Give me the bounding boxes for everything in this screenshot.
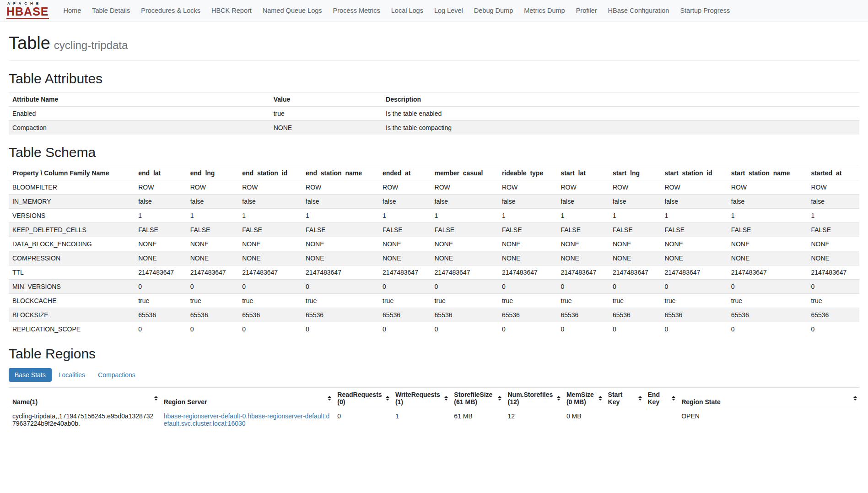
regions-col-writerequests-1[interactable]: WriteRequests (1) bbox=[392, 388, 450, 409]
schema-value-cell: false bbox=[557, 195, 609, 209]
schema-value-cell: NONE bbox=[187, 251, 239, 265]
hbase-logo[interactable]: APACHE HBASE bbox=[6, 2, 49, 19]
schema-property-name: MIN_VERSIONS bbox=[9, 280, 135, 294]
schema-value-cell: 1 bbox=[431, 209, 498, 223]
schema-value-cell: true bbox=[728, 294, 808, 308]
schema-property-name: TTL bbox=[9, 265, 135, 280]
schema-value-cell: 65536 bbox=[557, 308, 609, 322]
schema-value-cell: false bbox=[302, 195, 379, 209]
schema-table-body: BLOOMFILTERROWROWROWROWROWROWROWROWROWRO… bbox=[9, 180, 859, 336]
nav-item-named-queue-logs[interactable]: Named Queue Logs bbox=[257, 2, 328, 19]
tab-localities[interactable]: Localities bbox=[53, 368, 91, 382]
nav-item-debug-dump[interactable]: Debug Dump bbox=[469, 2, 518, 19]
schema-value-cell: 65536 bbox=[498, 308, 557, 322]
schema-value-cell: NONE bbox=[807, 251, 859, 265]
sort-icon[interactable] bbox=[328, 396, 331, 401]
schema-value-cell: 65536 bbox=[187, 308, 239, 322]
regions-col-storefilesize-61-mb[interactable]: StorefileSize (61 MB) bbox=[450, 388, 504, 409]
schema-value-cell: ROW bbox=[379, 180, 431, 195]
nav-item-profiler[interactable]: Profiler bbox=[571, 2, 603, 19]
nav-item-metrics-dump[interactable]: Metrics Dump bbox=[518, 2, 570, 19]
nav-item-table-details[interactable]: Table Details bbox=[86, 2, 135, 19]
sort-icon[interactable] bbox=[444, 396, 448, 401]
schema-value-cell: false bbox=[135, 195, 187, 209]
regions-table-body: cycling-tripdata,,1719475156245.e95d0a13… bbox=[9, 409, 859, 431]
regions-col-name-1[interactable]: Name(1) bbox=[9, 388, 160, 409]
regions-col-end-key[interactable]: End Key bbox=[644, 388, 678, 409]
sort-icon[interactable] bbox=[557, 396, 561, 401]
attributes-heading: Table Attributes bbox=[9, 71, 859, 87]
schema-row-blocksize: BLOCKSIZE6553665536655366553665536655366… bbox=[9, 308, 859, 322]
sort-icon[interactable] bbox=[598, 396, 602, 401]
sort-icon[interactable] bbox=[853, 396, 857, 401]
schema-value-cell: 65536 bbox=[302, 308, 379, 322]
schema-value-cell: NONE bbox=[498, 237, 557, 251]
regions-col-memsize-0-mb[interactable]: MemSize (0 MB) bbox=[563, 388, 604, 409]
attributes-header-row: Attribute NameValueDescription bbox=[9, 92, 859, 107]
sort-icon[interactable] bbox=[498, 396, 501, 401]
sort-down-arrow-icon bbox=[853, 399, 857, 401]
nav-item-process-metrics[interactable]: Process Metrics bbox=[328, 2, 386, 19]
schema-value-cell: 1 bbox=[187, 209, 239, 223]
schema-value-cell: NONE bbox=[238, 237, 302, 251]
schema-value-cell: 1 bbox=[135, 209, 187, 223]
sort-up-arrow-icon bbox=[672, 396, 675, 398]
schema-value-cell: 0 bbox=[187, 322, 239, 336]
schema-value-cell: 65536 bbox=[728, 308, 808, 322]
region-server-link[interactable]: hbase-regionserver-default-0.hbase-regio… bbox=[164, 412, 330, 427]
schema-value-cell: 2147483647 bbox=[609, 265, 661, 280]
attributes-col-description: Description bbox=[382, 92, 859, 107]
schema-value-cell: ROW bbox=[609, 180, 661, 195]
schema-property-name: REPLICATION_SCOPE bbox=[9, 322, 135, 336]
schema-value-cell: FALSE bbox=[728, 223, 808, 237]
sort-icon[interactable] bbox=[386, 396, 389, 401]
schema-value-cell: true bbox=[187, 294, 239, 308]
nav-item-hbck-report[interactable]: HBCK Report bbox=[206, 2, 257, 19]
region-startkey-cell bbox=[604, 409, 644, 431]
regions-col-num-storefiles-12[interactable]: Num.Storefiles (12) bbox=[504, 388, 562, 409]
schema-family-rideable-type: rideable_type bbox=[498, 166, 557, 180]
schema-value-cell: FALSE bbox=[661, 223, 727, 237]
schema-value-cell: true bbox=[807, 294, 859, 308]
sort-icon[interactable] bbox=[638, 396, 642, 401]
regions-col-region-state[interactable]: Region State bbox=[678, 388, 859, 409]
region-row: cycling-tripdata,,1719475156245.e95d0a13… bbox=[9, 409, 859, 431]
schema-value-cell: false bbox=[187, 195, 239, 209]
schema-value-cell: FALSE bbox=[609, 223, 661, 237]
regions-col-label: Region Server bbox=[164, 398, 207, 406]
schema-header-row: Property \ Column Family Nameend_latend_… bbox=[9, 166, 859, 180]
regions-col-label: Start Key bbox=[608, 391, 623, 406]
schema-value-cell: NONE bbox=[557, 251, 609, 265]
nav-item-local-logs[interactable]: Local Logs bbox=[386, 2, 429, 19]
schema-family-ended-at: ended_at bbox=[379, 166, 431, 180]
tab-compactions[interactable]: Compactions bbox=[92, 368, 141, 382]
sort-up-arrow-icon bbox=[154, 396, 158, 398]
schema-value-cell: 0 bbox=[661, 280, 727, 294]
regions-col-region-server[interactable]: Region Server bbox=[160, 388, 334, 409]
tab-base-stats[interactable]: Base Stats bbox=[9, 368, 52, 382]
region-readrequests-cell: 0 bbox=[334, 409, 392, 431]
schema-value-cell: true bbox=[302, 294, 379, 308]
sort-up-arrow-icon bbox=[638, 396, 642, 398]
schema-value-cell: FALSE bbox=[498, 223, 557, 237]
nav-item-startup-progress[interactable]: Startup Progress bbox=[674, 2, 735, 19]
schema-value-cell: 0 bbox=[728, 322, 808, 336]
nav-item-home[interactable]: Home bbox=[58, 2, 87, 19]
schema-value-cell: 65536 bbox=[135, 308, 187, 322]
regions-col-readrequests-0[interactable]: ReadRequests (0) bbox=[334, 388, 392, 409]
regions-col-start-key[interactable]: Start Key bbox=[604, 388, 644, 409]
schema-family-start-lat: start_lat bbox=[557, 166, 609, 180]
nav-item-log-level[interactable]: Log Level bbox=[429, 2, 469, 19]
schema-value-cell: false bbox=[431, 195, 498, 209]
schema-row-versions: VERSIONS111111111111 bbox=[9, 209, 859, 223]
nav-item-procedures-locks[interactable]: Procedures & Locks bbox=[135, 2, 206, 19]
sort-up-arrow-icon bbox=[386, 396, 389, 398]
regions-col-label: Name(1) bbox=[12, 398, 38, 406]
schema-family-end-lat: end_lat bbox=[135, 166, 187, 180]
sort-icon[interactable] bbox=[154, 396, 158, 401]
schema-value-cell: true bbox=[498, 294, 557, 308]
schema-value-cell: NONE bbox=[431, 251, 498, 265]
sort-icon[interactable] bbox=[672, 396, 675, 401]
sort-down-arrow-icon bbox=[638, 399, 642, 401]
nav-item-hbase-configuration[interactable]: HBase Configuration bbox=[603, 2, 675, 19]
